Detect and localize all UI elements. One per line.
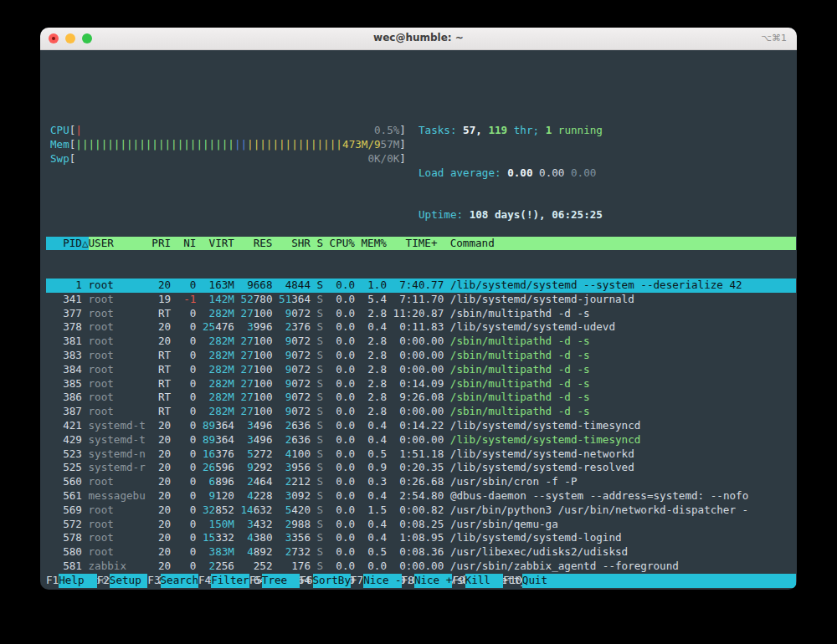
fn-key-f2[interactable]: F2 [97, 574, 110, 588]
table-row[interactable]: 377 root RT 0 282M 27100 9072 S 0.0 2.8 … [46, 307, 796, 321]
fn-key-f9[interactable]: F9 [452, 574, 465, 588]
table-row[interactable]: 384 root RT 0 282M 27100 9072 S 0.0 2.8 … [46, 363, 796, 377]
table-row[interactable]: 572 root 20 0 150M 3432 2988 S 0.0 0.4 0… [46, 518, 796, 532]
fn-key-f4[interactable]: F4 [198, 574, 211, 588]
function-key-bar: F1Help F2Setup F3SearchF4FilterF5Tree F6… [46, 574, 796, 588]
table-row[interactable]: 429 systemd-t 20 0 89364 3496 2636 S 0.0… [46, 433, 796, 447]
table-row[interactable]: 386 root RT 0 282M 27100 9072 S 0.0 2.8 … [46, 391, 796, 405]
table-row[interactable]: 381 root 20 0 282M 27100 9072 S 0.0 2.8 … [46, 335, 796, 349]
table-row[interactable]: 560 root 20 0 6896 2464 2212 S 0.0 0.3 0… [46, 475, 796, 489]
table-row[interactable]: 1 root 20 0 163M 9668 4844 S 0.0 1.0 7:4… [46, 279, 796, 293]
table-row[interactable]: 569 root 20 0 32852 14632 5420 S 0.0 1.5… [46, 503, 796, 518]
fn-key-f8[interactable]: F8 [402, 574, 414, 588]
table-row[interactable]: 581 zabbix 20 0 2256 252 176 S 0.0 0.0 0… [46, 560, 796, 574]
tasks-line: Tasks: 57, 119 thr; 1 running [418, 124, 603, 138]
table-row[interactable]: 385 root RT 0 282M 27100 9072 S 0.0 2.8 … [46, 377, 796, 391]
fn-label-f10[interactable]: Quit [522, 574, 561, 588]
table-row[interactable]: 580 root 20 0 383M 4892 2732 S 0.0 0.5 0… [46, 545, 796, 560]
fn-key-f3[interactable]: F3 [147, 574, 160, 588]
table-row[interactable]: 387 root RT 0 282M 27100 9072 S 0.0 2.8 … [46, 405, 796, 419]
titlebar[interactable]: wec@humble: ~ ⌥⌘1 [40, 28, 797, 50]
process-table: PID△USER PRI NI VIRT RES SHR S CPU% MEM%… [46, 208, 796, 590]
table-row[interactable]: 421 systemd-t 20 0 89364 3496 2636 S 0.0… [46, 419, 796, 433]
fn-key-f5[interactable]: F5 [249, 574, 262, 588]
load-average-line: Load average: 0.00 0.00 0.00 [418, 166, 603, 181]
fn-label-f5[interactable]: Tree [262, 574, 300, 588]
table-row[interactable]: 378 root 20 0 25476 3996 2376 S 0.0 0.4 … [46, 320, 796, 335]
fn-key-f1[interactable]: F1 [46, 574, 59, 588]
process-rows: 1 root 20 0 163M 9668 4844 S 0.0 1.0 7:4… [46, 279, 796, 590]
desktop: wec@humble: ~ ⌥⌘1 CPU[|0.5%]Mem[||||||||… [0, 0, 837, 644]
table-row[interactable]: 341 root 19 -1 142M 52780 51364 S 0.0 5.… [46, 293, 796, 307]
table-row[interactable]: 561 messagebu 20 0 9120 4228 3092 S 0.0 … [46, 489, 796, 503]
fn-key-f7[interactable]: F7 [351, 574, 363, 588]
sort-column-pid[interactable]: PID△ [46, 237, 89, 251]
fn-label-f9[interactable]: Kill [465, 574, 504, 588]
table-row[interactable]: 523 systemd-n 20 0 16376 5272 4100 S 0.0… [46, 447, 796, 462]
tab-shortcut: ⌥⌘1 [761, 33, 787, 43]
fn-label-f8[interactable]: Nice + [414, 574, 453, 588]
htop-screen: CPU[|0.5%]Mem[||||||||||||||||||||||||||… [40, 50, 797, 590]
table-row[interactable]: 525 systemd-r 20 0 26596 9292 3956 S 0.0… [46, 461, 796, 475]
fn-label-f3[interactable]: Search [161, 574, 199, 588]
table-row[interactable]: 383 root RT 0 282M 27100 9072 S 0.0 2.8 … [46, 349, 796, 363]
terminal-window: wec@humble: ~ ⌥⌘1 CPU[|0.5%]Mem[||||||||… [40, 28, 797, 590]
fn-key-f6[interactable]: F6 [300, 574, 312, 588]
fn-label-f4[interactable]: Filter [211, 574, 249, 588]
fnbar-filler [560, 574, 796, 588]
table-row[interactable]: 578 root 20 0 15332 4380 3356 S 0.0 0.4 … [46, 531, 796, 545]
fn-label-f7[interactable]: Nice - [363, 574, 402, 588]
window-title: wec@humble: ~ [40, 32, 797, 43]
fn-label-f2[interactable]: Setup [110, 574, 148, 588]
stats: Tasks: 57, 119 thr; 1 running Load avera… [418, 96, 603, 251]
uptime-line: Uptime: 108 days(!), 06:25:25 [418, 208, 603, 222]
htop-header-area: CPU[|0.5%]Mem[||||||||||||||||||||||||||… [40, 79, 797, 166]
fn-label-f6[interactable]: SortBy [313, 574, 352, 588]
fn-key-f10[interactable]: F10 [503, 574, 522, 588]
fn-label-f1[interactable]: Help [59, 574, 97, 588]
